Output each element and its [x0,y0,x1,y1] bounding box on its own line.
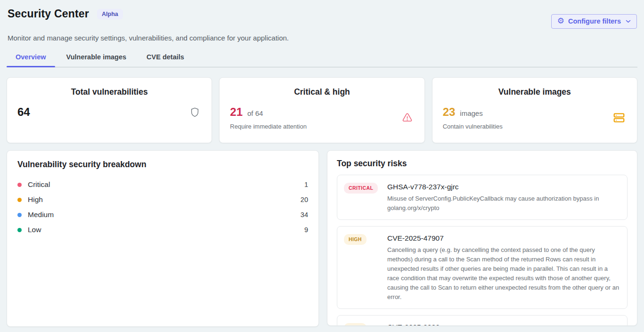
server-stack-icon [612,111,626,124]
dashboard-bottom-row: Vulnerability security breakdown Critica… [7,150,637,327]
tab-vulnerable-images[interactable]: Vulnerable images [57,48,136,67]
breakdown-value: 20 [301,196,308,203]
severity-badge: CRITICAL [344,183,378,194]
breakdown-value: 34 [301,211,308,219]
breakdown-label: Critical [28,180,50,189]
stat-card-title: Total vulnerabilities [17,87,201,97]
risk-id: CVE-2025-9086 [387,322,620,326]
stat-card-title: Critical & high [230,87,414,97]
risk-id: GHSA-v778-237x-gjrc [387,182,620,192]
page-subtitle: Monitor and manage security settings, vu… [7,34,637,42]
vulnerable-images-value: 23 [443,105,456,119]
breakdown-label: Low [28,226,41,234]
tab-overview[interactable]: Overview [7,48,55,67]
gear-icon: ⚙ [557,17,564,25]
security-center-page: Security Center Alpha ⚙ Configure filter… [0,0,644,332]
breakdown-row-critical: Critical 1 [17,177,308,192]
total-vulnerabilities-value: 64 [17,105,30,119]
configure-filters-button[interactable]: ⚙ Configure filters [551,14,637,29]
breakdown-row-low: Low 9 [17,222,308,237]
configure-filters-label: Configure filters [568,17,621,25]
medium-dot-icon [17,213,22,217]
stat-card-total-vulnerabilities: Total vulnerabilities 64 [7,77,212,143]
critical-dot-icon [17,183,22,187]
alpha-badge: Alpha [97,9,123,19]
critical-high-suffix: of 64 [247,109,263,117]
breakdown-rows: Critical 1 High 20 Medium 34 Low 9 [17,177,308,237]
severity-badge: HIGH [344,234,367,245]
low-dot-icon [17,228,22,232]
critical-high-value: 21 [230,105,243,119]
breakdown-row-medium: Medium 34 [17,207,308,222]
top-risks-list: CRITICAL GHSA-v778-237x-gjrc Misuse of S… [337,175,628,326]
stat-card-vulnerable-images: Vulnerable images 23 images Contain vuln… [432,77,637,143]
shield-icon [189,106,200,118]
top-risks-title: Top security risks [337,159,628,169]
stat-card-title: Vulnerable images [443,87,627,97]
breakdown-row-high: High 20 [17,192,308,207]
risk-id: CVE-2025-47907 [387,233,620,243]
risk-description: Cancelling a query (e.g. by cancelling t… [387,245,620,302]
breakdown-value: 1 [304,181,308,188]
breakdown-label: High [28,195,43,204]
breakdown-value: 9 [304,226,308,234]
warning-triangle-icon [401,112,413,123]
breakdown-label: Medium [28,211,54,219]
critical-high-caption: Require immediate attention [230,123,401,130]
severity-badge: HIGH [344,323,367,326]
tab-cve-details[interactable]: CVE details [138,48,193,67]
vulnerability-breakdown-card: Vulnerability security breakdown Critica… [7,150,319,327]
breakdown-title: Vulnerability security breakdown [17,160,308,170]
risk-item-ghsa-v778-237x-gjrc[interactable]: CRITICAL GHSA-v778-237x-gjrc Misuse of S… [337,175,628,220]
stat-card-critical-high: Critical & high 21 of 64 Require immedia… [219,77,424,143]
high-dot-icon [17,198,22,202]
vulnerable-images-suffix: images [460,109,482,117]
risk-description: Misuse of ServerConfig.PublicKeyCallback… [387,194,620,213]
risk-item-cve-2025-47907[interactable]: HIGH CVE-2025-47907 Cancelling a query (… [337,226,628,309]
risk-item-cve-2025-9086[interactable]: HIGH CVE-2025-9086 [337,315,628,326]
vulnerable-images-caption: Contain vulnerabilities [443,123,612,130]
stat-cards-row: Total vulnerabilities 64 Critical & high… [7,77,637,143]
chevron-down-icon [626,20,631,23]
page-title: Security Center [8,8,89,20]
top-security-risks-card: Top security risks CRITICAL GHSA-v778-23… [327,150,637,326]
tab-bar: Overview Vulnerable images CVE details [7,48,637,67]
page-header: Security Center Alpha ⚙ Configure filter… [7,8,637,29]
